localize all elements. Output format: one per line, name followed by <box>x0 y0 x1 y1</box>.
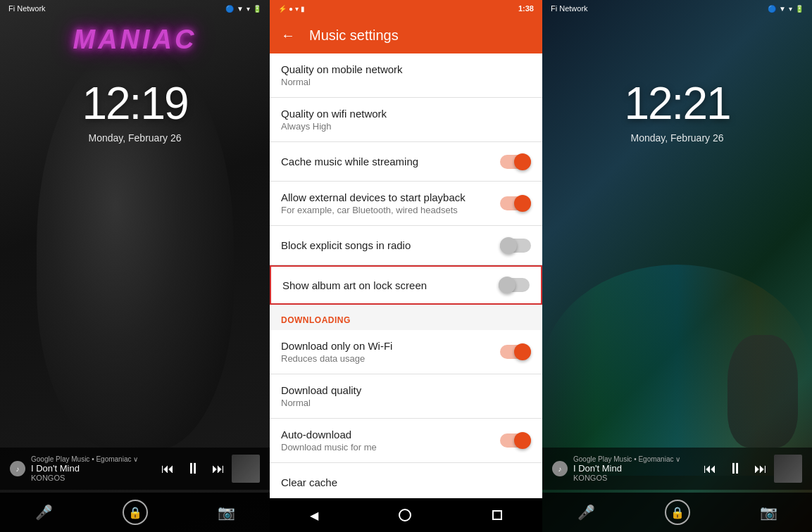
right-microphone-icon: 🎤 <box>577 504 595 521</box>
setting-clear-cache[interactable]: Clear cache <box>270 463 542 498</box>
download-quality-title: Download quality <box>281 384 531 396</box>
right-music-icon: ♪ <box>552 461 568 476</box>
left-album-title: MANIAC <box>0 25 270 55</box>
auto-download-title: Auto-download <box>281 429 500 441</box>
external-devices-subtitle: For example, car Bluetooth, wired headse… <box>281 205 500 215</box>
right-clock: 12:21 <box>542 77 812 129</box>
bluetooth-icon: 🔵 <box>225 5 234 13</box>
left-music-bar[interactable]: ♪ Google Play Music • Egomaniac ∨ I Don'… <box>0 448 270 490</box>
external-devices-toggle[interactable] <box>500 195 531 212</box>
right-pause-button[interactable]: ⏸ <box>727 460 743 478</box>
center-status-bar: ⚡ ● ▾ ▮ 1:38 <box>270 0 542 17</box>
left-status-icons: 🔵 ▼ ▾ 🔋 <box>225 5 261 13</box>
signal-icon: ▼ <box>237 5 244 13</box>
music-controls[interactable]: ⏮ ⏸ ⏭ <box>161 460 225 478</box>
setting-cache-streaming[interactable]: Cache music while streaming <box>270 142 542 182</box>
center-bluetooth-icon: ⚡ <box>278 5 287 13</box>
setting-wifi-only[interactable]: Download only on Wi-Fi Reduces data usag… <box>270 330 542 374</box>
album-art-title: Show album art on lock screen <box>282 279 499 291</box>
setting-auto-download[interactable]: Auto-download Download music for me <box>270 419 542 463</box>
left-lockscreen: Fi Network 🔵 ▼ ▾ 🔋 MANIAC 12:19 Monday, … <box>0 0 270 532</box>
mobile-quality-title: Quality on mobile network <box>281 63 531 75</box>
downloading-section-header: DOWNLOADING <box>270 305 542 330</box>
wifi-only-subtitle: Reduces data usage <box>281 353 500 364</box>
right-network-label: Fi Network <box>551 4 588 13</box>
album-art-toggle[interactable] <box>499 277 530 293</box>
right-music-title: I Don't Mind <box>573 463 704 474</box>
right-battery-icon: 🔋 <box>795 5 804 13</box>
right-status-bar: Fi Network 🔵 ▼ ▾ 🔋 <box>542 0 812 17</box>
nav-recents-icon[interactable] <box>492 510 502 520</box>
wifi-only-toggle[interactable] <box>500 343 531 360</box>
music-info: Google Play Music • Egomaniac ∨ I Don't … <box>31 455 161 482</box>
right-nav-bar: 🎤 🔒 📷 <box>542 493 812 532</box>
setting-download-quality[interactable]: Download quality Normal <box>270 374 542 419</box>
left-date: Monday, February 26 <box>0 132 270 144</box>
auto-download-subtitle: Download music for me <box>281 442 500 452</box>
right-camera-icon: 📷 <box>760 504 777 521</box>
right-music-source: Google Play Music • Egomaniac ∨ <box>573 455 704 463</box>
right-gorilla-thumb <box>727 335 798 448</box>
setting-album-art[interactable]: Show album art on lock screen <box>270 265 542 305</box>
wifi-only-title: Download only on Wi-Fi <box>281 340 500 352</box>
wifi-quality-value: Always High <box>281 121 531 132</box>
right-music-artist: KONGOS <box>573 474 704 482</box>
next-button[interactable]: ⏭ <box>212 462 225 476</box>
setting-external-devices[interactable]: Allow external devices to start playback… <box>270 182 542 226</box>
downloading-label: DOWNLOADING <box>281 315 351 325</box>
setting-mobile-quality[interactable]: Quality on mobile network Normal <box>270 53 542 98</box>
nav-home-icon[interactable] <box>399 509 411 521</box>
right-music-bar[interactable]: ♪ Google Play Music • Egomaniac ∨ I Don'… <box>542 448 812 490</box>
center-status-icons: ⚡ ● ▾ ▮ <box>278 5 305 13</box>
cache-streaming-title: Cache music while streaming <box>281 156 500 167</box>
prev-button[interactable]: ⏮ <box>161 462 174 476</box>
settings-list: Quality on mobile network Normal Quality… <box>270 53 542 498</box>
toggle-thumb <box>500 237 517 254</box>
left-nav-bar: 🎤 🔒 📷 <box>0 493 270 532</box>
center-nav-bar: ◀ <box>270 498 542 532</box>
microphone-icon: 🎤 <box>35 504 53 521</box>
album-art-thumb <box>232 455 260 483</box>
music-service-icon: ♪ <box>10 461 25 476</box>
toggle-thumb <box>514 343 531 360</box>
right-lockscreen: Fi Network 🔵 ▼ ▾ 🔋 12:21 Monday, Februar… <box>542 0 812 532</box>
center-signal-icon: ● <box>289 5 293 13</box>
center-time: 1:38 <box>518 4 534 13</box>
camera-icon: 📷 <box>218 504 235 521</box>
setting-wifi-quality[interactable]: Quality on wifi network Always High <box>270 98 542 142</box>
download-quality-value: Normal <box>281 398 531 408</box>
right-music-controls[interactable]: ⏮ ⏸ ⏭ <box>704 460 767 478</box>
lock-icon: 🔒 <box>123 500 148 525</box>
auto-download-toggle[interactable] <box>500 432 531 449</box>
right-signal-icon: ▼ <box>779 5 786 13</box>
external-devices-title: Allow external devices to start playback <box>281 191 500 203</box>
right-time-section: 12:21 Monday, February 26 <box>542 77 812 144</box>
music-source: Google Play Music • Egomaniac ∨ <box>31 455 161 463</box>
left-network-label: Fi Network <box>8 4 46 13</box>
right-bluetooth-icon: 🔵 <box>768 5 776 13</box>
right-prev-button[interactable]: ⏮ <box>704 462 716 476</box>
nav-back-icon[interactable]: ◀ <box>310 509 318 522</box>
pause-button[interactable]: ⏸ <box>185 460 201 478</box>
toggle-thumb <box>514 432 531 449</box>
page-title: Music settings <box>309 27 399 44</box>
explicit-block-title: Block explicit songs in radio <box>281 239 500 251</box>
cache-streaming-toggle[interactable] <box>500 153 531 170</box>
left-status-bar: Fi Network 🔵 ▼ ▾ 🔋 <box>0 0 270 17</box>
explicit-block-toggle[interactable] <box>500 237 531 254</box>
right-next-button[interactable]: ⏭ <box>754 462 767 476</box>
wifi-icon: ▾ <box>246 5 250 13</box>
setting-explicit-block[interactable]: Block explicit songs in radio <box>270 226 542 265</box>
music-title: I Don't Mind <box>31 463 161 474</box>
center-wifi-icon: ▾ <box>295 5 299 13</box>
left-time-section: 12:19 Monday, February 26 <box>0 77 270 144</box>
center-battery-icon: ▮ <box>301 5 305 13</box>
back-button[interactable]: ← <box>281 27 295 44</box>
right-wifi-icon: ▾ <box>789 5 792 13</box>
toggle-thumb <box>499 277 516 293</box>
right-status-icons: 🔵 ▼ ▾ 🔋 <box>768 5 804 13</box>
neon-title-text: MANIAC <box>73 25 197 54</box>
right-album-thumb <box>774 455 802 483</box>
toggle-thumb <box>514 153 531 170</box>
battery-icon: 🔋 <box>253 5 261 13</box>
